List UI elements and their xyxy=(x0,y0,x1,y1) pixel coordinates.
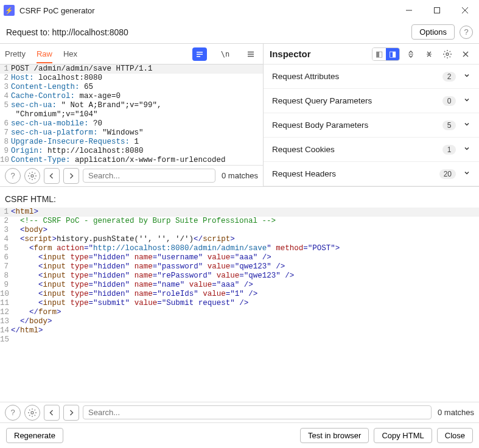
gear-icon[interactable] xyxy=(24,168,40,184)
prev-match-button[interactable] xyxy=(44,405,60,421)
inspector-row-label: Request Attributes xyxy=(272,72,442,81)
code-line: "Chromium";v="104" xyxy=(0,110,263,119)
code-line: 10Content-Type: application/x-www-form-u… xyxy=(0,156,263,165)
next-match-button[interactable] xyxy=(63,168,79,184)
request-tabs: Pretty Raw Hex \n xyxy=(0,44,263,65)
match-count: 0 matches xyxy=(222,171,258,180)
tab-hex[interactable]: Hex xyxy=(63,46,77,62)
newline-indicator[interactable]: \n xyxy=(218,47,233,61)
svg-point-10 xyxy=(31,175,33,177)
options-button[interactable]: Options xyxy=(411,24,455,40)
code-line: 5 <form action="http://localhost:8080/ad… xyxy=(0,244,479,253)
inspector-row[interactable]: Request Query Parameters0 xyxy=(264,89,479,113)
count-badge: 20 xyxy=(439,169,456,179)
inspector-row[interactable]: Request Headers20 xyxy=(264,162,479,186)
svg-rect-5 xyxy=(197,54,203,55)
code-line: 2 <!-- CSRF PoC - generated by Burp Suit… xyxy=(0,217,479,226)
svg-rect-4 xyxy=(197,52,203,53)
code-line: 3 <body> xyxy=(0,226,479,235)
window-title: CSRF PoC generator xyxy=(19,6,395,15)
svg-point-16 xyxy=(31,411,33,414)
code-line: 14</html> xyxy=(0,326,479,335)
copy-html-button[interactable]: Copy HTML xyxy=(374,428,432,443)
inspector-title: Inspector xyxy=(270,49,368,59)
bottom-bar: Regenerate Test in browser Copy HTML Clo… xyxy=(0,422,479,448)
layout-left-icon[interactable]: ◧ xyxy=(372,48,386,60)
csrf-searchbar: ? 0 matches xyxy=(0,402,479,422)
inspector-row-label: Request Body Parameters xyxy=(272,121,442,130)
code-line: 1POST /admin/admin/save HTTP/1.1 xyxy=(0,65,263,74)
inspector-header: Inspector ◧ ◨ xyxy=(264,44,479,65)
request-searchbar: ? 0 matches xyxy=(0,165,263,186)
test-in-browser-button[interactable]: Test in browser xyxy=(300,428,369,443)
code-line: 9Origin: http://localhost:8080 xyxy=(0,147,263,156)
prev-match-button[interactable] xyxy=(44,168,60,184)
inspector-row-label: Request Cookies xyxy=(272,145,442,154)
close-window-button[interactable] xyxy=(451,1,479,19)
help-icon[interactable]: ? xyxy=(5,405,21,421)
expand-all-icon[interactable] xyxy=(404,47,418,61)
code-line: 1<html> xyxy=(0,208,479,217)
actions-icon[interactable] xyxy=(192,47,207,61)
code-line: 7 <input type="hidden" name="password" v… xyxy=(0,262,479,271)
app-icon: ⚡ xyxy=(4,5,15,16)
inspector-row[interactable]: Request Attributes2 xyxy=(264,65,479,89)
count-badge: 5 xyxy=(442,121,456,130)
layout-toggle[interactable]: ◧ ◨ xyxy=(372,47,400,61)
layout-right-icon[interactable]: ◨ xyxy=(386,48,399,60)
hamburger-icon[interactable] xyxy=(243,47,258,61)
code-line: 13 </body> xyxy=(0,317,479,326)
code-line: 6sec-ch-ua-mobile: ?0 xyxy=(0,119,263,128)
request-to-label: Request to: http://localhost:8080 xyxy=(6,27,411,37)
chevron-down-icon xyxy=(463,145,470,154)
close-inspector-icon[interactable] xyxy=(458,47,473,61)
match-count: 0 matches xyxy=(438,408,474,417)
inspector-row[interactable]: Request Body Parameters5 xyxy=(264,113,479,138)
count-badge: 1 xyxy=(442,145,456,155)
help-icon[interactable]: ? xyxy=(460,26,473,39)
inspector-row-label: Request Headers xyxy=(272,169,439,178)
code-line: 6 <input type="hidden" name="username" v… xyxy=(0,253,479,262)
subbar: Request to: http://localhost:8080 Option… xyxy=(0,21,479,44)
help-icon[interactable]: ? xyxy=(5,168,21,184)
svg-rect-6 xyxy=(197,56,200,57)
code-line: 15 xyxy=(0,335,479,345)
csrf-html-label: CSRF HTML: xyxy=(0,187,479,208)
next-match-button[interactable] xyxy=(63,405,79,421)
minimize-button[interactable] xyxy=(395,1,423,19)
code-line: 10 <input type="hidden" name="roleIds" v… xyxy=(0,290,479,299)
gear-icon[interactable] xyxy=(440,47,455,61)
search-input[interactable] xyxy=(83,169,215,183)
split-pane: Pretty Raw Hex \n 1POST /admin/admin/sav… xyxy=(0,44,479,187)
tab-raw[interactable]: Raw xyxy=(37,46,52,63)
chevron-down-icon xyxy=(463,169,470,178)
chevron-down-icon xyxy=(463,72,470,81)
count-badge: 2 xyxy=(442,72,456,82)
code-line: 11 <input type="submit" value="Submit re… xyxy=(0,299,479,308)
collapse-all-icon[interactable] xyxy=(422,47,436,61)
code-line: 5sec-ch-ua: " Not A;Brand";v="99", xyxy=(0,101,263,110)
csrf-code[interactable]: 1<html>2 <!-- CSRF PoC - generated by Bu… xyxy=(0,208,479,402)
svg-rect-1 xyxy=(435,8,440,13)
svg-point-13 xyxy=(446,53,449,55)
inspector-pane: Inspector ◧ ◨ Request Attributes2Request… xyxy=(264,44,479,186)
request-pane: Pretty Raw Hex \n 1POST /admin/admin/sav… xyxy=(0,44,264,186)
code-line: 8Upgrade-Insecure-Requests: 1 xyxy=(0,138,263,147)
inspector-row[interactable]: Request Cookies1 xyxy=(264,138,479,162)
code-line: 4 <script>history.pushState('', '', '/')… xyxy=(0,235,479,244)
chevron-down-icon xyxy=(463,96,470,105)
tab-pretty[interactable]: Pretty xyxy=(5,46,26,62)
request-code[interactable]: 1POST /admin/admin/save HTTP/1.12Host: l… xyxy=(0,65,263,165)
maximize-button[interactable] xyxy=(423,1,451,19)
count-badge: 0 xyxy=(442,96,456,106)
code-line: 7sec-ch-ua-platform: "Windows" xyxy=(0,128,263,138)
regenerate-button[interactable]: Regenerate xyxy=(6,428,63,443)
code-line: 4Cache-Control: max-age=0 xyxy=(0,92,263,101)
gear-icon[interactable] xyxy=(24,405,40,421)
code-line: 9 <input type="hidden" name="name" value… xyxy=(0,281,479,290)
code-line: 3Content-Length: 65 xyxy=(0,83,263,92)
titlebar: ⚡ CSRF PoC generator xyxy=(0,0,479,21)
inspector-row-label: Request Query Parameters xyxy=(272,96,442,105)
search-input[interactable] xyxy=(83,405,432,419)
close-button[interactable]: Close xyxy=(437,428,473,443)
